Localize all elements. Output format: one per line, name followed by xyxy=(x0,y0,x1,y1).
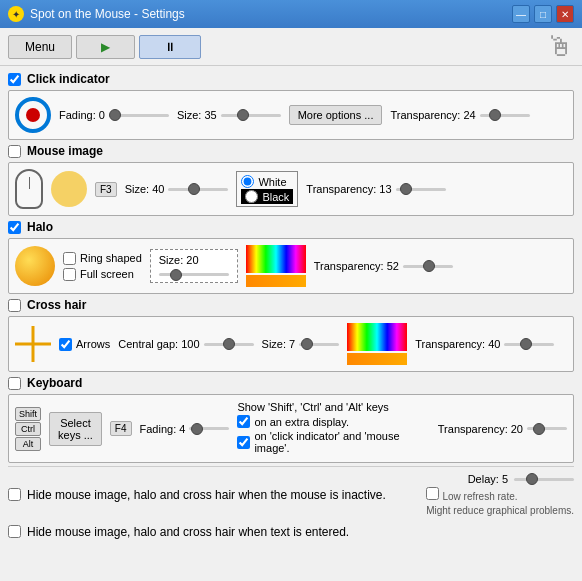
crosshair-transparency-slider[interactable] xyxy=(504,343,554,346)
low-refresh-checkbox[interactable] xyxy=(426,487,439,500)
click-indicator-icon xyxy=(15,97,51,133)
delay-label: Delay: 5 xyxy=(468,473,508,485)
bottom-section: Hide mouse image, halo and cross hair wh… xyxy=(8,471,574,541)
full-screen-item: Full screen xyxy=(63,268,142,281)
close-button[interactable]: ✕ xyxy=(556,5,574,23)
click-indicator-header: Click indicator xyxy=(8,70,574,88)
keyboard-keys: Shift Ctrl Alt xyxy=(15,407,41,451)
show-text-group: Show 'Shift', 'Ctrl' and 'Alt' keys on a… xyxy=(237,401,429,456)
crosshair-icon xyxy=(15,326,51,362)
keyboard-body: Shift Ctrl Alt Selectkeys ... F4 Fading:… xyxy=(8,394,574,463)
color-radio-group: White Black xyxy=(236,171,298,207)
black-option[interactable]: Black xyxy=(241,189,293,204)
halo-section: Halo Ring shaped Full screen Size: 20 xyxy=(8,218,574,294)
menu-button[interactable]: Menu xyxy=(8,35,72,59)
minimize-button[interactable]: — xyxy=(512,5,530,23)
mouse-size-label: Size: 40 xyxy=(125,183,165,195)
keyboard-label: Keyboard xyxy=(27,376,82,390)
kbd-fading-slider[interactable] xyxy=(189,427,229,430)
mouse-image-header: Mouse image xyxy=(8,142,574,160)
click-indicator-body: Fading: 0 Size: 35 More options ... Tran… xyxy=(8,90,574,140)
crosshair-size-slider[interactable] xyxy=(299,343,339,346)
show-click-indicator-checkbox[interactable] xyxy=(237,436,250,449)
full-screen-checkbox[interactable] xyxy=(63,268,76,281)
mouse-transparency-group: Transparency: 13 xyxy=(306,183,445,195)
crosshair-checkbox[interactable] xyxy=(8,299,21,312)
keyboard-checkbox[interactable] xyxy=(8,377,21,390)
transparency-slider[interactable] xyxy=(480,114,530,117)
delay-group: Delay: 5 xyxy=(468,473,574,485)
mouse-size-slider[interactable] xyxy=(168,188,228,191)
size-slider[interactable] xyxy=(221,114,281,117)
halo-size-slider[interactable] xyxy=(159,273,229,276)
size-group: Size: 35 xyxy=(177,109,281,121)
select-keys-button[interactable]: Selectkeys ... xyxy=(49,412,102,446)
halo-options: Ring shaped Full screen xyxy=(63,252,142,281)
hide-text-row: Hide mouse image, halo and cross hair wh… xyxy=(8,523,574,541)
mouse-image-label: Mouse image xyxy=(27,144,103,158)
size-label: Size: 35 xyxy=(177,109,217,121)
hide-inactive-group: Hide mouse image, halo and cross hair wh… xyxy=(8,488,418,502)
transparency-group: Transparency: 24 xyxy=(390,109,529,121)
play-button[interactable]: ▶ xyxy=(76,35,135,59)
central-gap-label: Central gap: 100 xyxy=(118,338,199,350)
arrows-item: Arrows xyxy=(59,338,110,351)
mouse-image-checkbox[interactable] xyxy=(8,145,21,158)
halo-preview-circle xyxy=(51,171,87,207)
window-title: Spot on the Mouse - Settings xyxy=(30,7,506,21)
black-radio[interactable] xyxy=(245,190,258,203)
keyboard-header: Keyboard xyxy=(8,374,574,392)
main-content: Click indicator Fading: 0 Size: 35 More … xyxy=(0,66,582,581)
white-option[interactable]: White xyxy=(241,174,293,189)
kbd-fading-group: Fading: 4 xyxy=(140,423,230,435)
crosshair-color-palette[interactable] xyxy=(347,323,407,365)
halo-transparency-label: Transparency: 52 xyxy=(314,260,399,272)
central-gap-slider[interactable] xyxy=(204,343,254,346)
arrows-label: Arrows xyxy=(76,338,110,350)
hide-text-group: Hide mouse image, halo and cross hair wh… xyxy=(8,525,349,539)
toolbar: Menu ▶ ⏸ 🖱 xyxy=(0,28,582,66)
mouse-icon xyxy=(15,169,43,209)
fading-label: Fading: 0 xyxy=(59,109,105,121)
crosshair-header: Cross hair xyxy=(8,296,574,314)
palette-top[interactable] xyxy=(246,245,306,273)
central-gap-group: Central gap: 100 xyxy=(118,338,253,350)
show-text1: Show 'Shift', 'Ctrl' and 'Alt' keys xyxy=(237,401,388,413)
delay-refresh-group: Delay: 5 Low refresh rate. Might reduce … xyxy=(426,473,574,517)
delay-slider[interactable] xyxy=(514,478,574,481)
crosshair-transparency-label: Transparency: 40 xyxy=(415,338,500,350)
kbd-fading-label: Fading: 4 xyxy=(140,423,186,435)
halo-transparency-slider[interactable] xyxy=(403,265,453,268)
low-refresh-label: Low refresh rate. xyxy=(442,491,517,502)
halo-checkbox[interactable] xyxy=(8,221,21,234)
arrows-checkbox[interactable] xyxy=(59,338,72,351)
hide-inactive-checkbox[interactable] xyxy=(8,488,21,501)
maximize-button[interactable]: □ xyxy=(534,5,552,23)
show-extra-display-checkbox[interactable] xyxy=(237,415,250,428)
white-radio[interactable] xyxy=(241,175,254,188)
mouse-transparency-slider[interactable] xyxy=(396,188,446,191)
app-icon: ✦ xyxy=(8,6,24,22)
ch-palette-top[interactable] xyxy=(347,323,407,351)
kbd-transparency-slider[interactable] xyxy=(527,427,567,430)
palette-bottom[interactable] xyxy=(246,275,306,287)
hide-inactive-row: Hide mouse image, halo and cross hair wh… xyxy=(8,471,574,519)
ch-palette-bottom[interactable] xyxy=(347,353,407,365)
pause-button[interactable]: ⏸ xyxy=(139,35,201,59)
hide-text-label: Hide mouse image, halo and cross hair wh… xyxy=(27,525,349,539)
fading-slider[interactable] xyxy=(109,114,169,117)
click-indicator-checkbox[interactable] xyxy=(8,73,21,86)
more-options-button[interactable]: More options ... xyxy=(289,105,383,125)
show-text-line2: on an extra display. xyxy=(237,415,429,428)
hide-text-checkbox[interactable] xyxy=(8,525,21,538)
ring-shaped-checkbox[interactable] xyxy=(63,252,76,265)
mouse-transparency-label: Transparency: 13 xyxy=(306,183,391,195)
f4-badge: F4 xyxy=(110,421,132,436)
mouse-size-group: Size: 40 xyxy=(125,183,229,195)
kbd-transparency-label: Transparency: 20 xyxy=(438,423,523,435)
ctrl-key: Ctrl xyxy=(15,422,41,436)
crosshair-body: Arrows Central gap: 100 Size: 7 Transpar… xyxy=(8,316,574,372)
halo-color-palette[interactable] xyxy=(246,245,306,287)
show-text-line1: Show 'Shift', 'Ctrl' and 'Alt' keys xyxy=(237,401,429,413)
ring-shaped-label: Ring shaped xyxy=(80,252,142,264)
